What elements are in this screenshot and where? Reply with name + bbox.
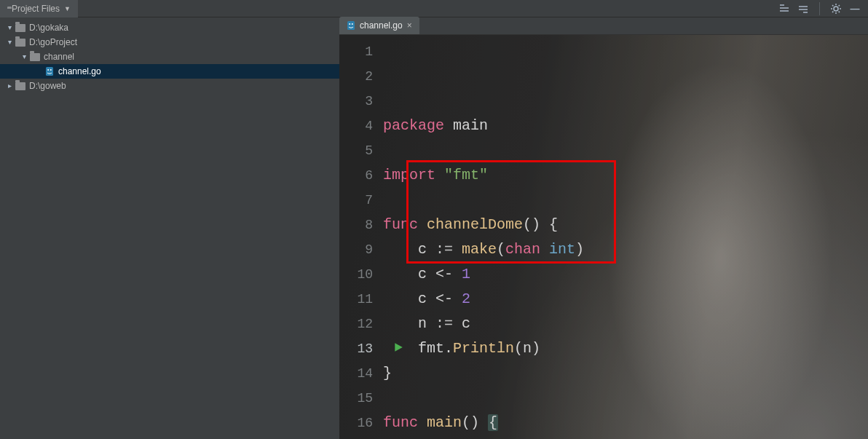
tree-item[interactable]: ▾channel xyxy=(0,50,339,64)
code-line[interactable] xyxy=(383,386,868,411)
toolbar: Project Files ▼ — xyxy=(0,0,868,17)
line-number[interactable]: 10 xyxy=(339,262,383,287)
svg-rect-4 xyxy=(347,21,355,30)
code-line[interactable]: func main() { xyxy=(383,411,868,435)
line-number[interactable]: 3 xyxy=(339,89,383,114)
code-content[interactable]: package main import "fmt" func channelDo… xyxy=(383,35,868,439)
chevron-down-icon[interactable]: ▾ xyxy=(20,50,28,64)
code-line[interactable] xyxy=(383,188,868,213)
line-number[interactable]: 2 xyxy=(339,64,383,89)
code-line[interactable]: package main xyxy=(383,114,868,138)
line-number[interactable]: 7 xyxy=(339,188,383,213)
chevron-down-icon[interactable]: ▾ xyxy=(6,35,13,50)
code-line[interactable]: c <- 2 xyxy=(383,287,868,312)
line-number[interactable]: 1 xyxy=(339,39,383,64)
tree-item-label: D:\gokaka xyxy=(29,20,68,35)
editor-tab[interactable]: channel.go× xyxy=(339,17,419,34)
code-editor[interactable]: 12345678910111213141516 package main imp… xyxy=(339,35,868,439)
line-number[interactable]: 16 xyxy=(339,411,383,435)
project-files-dropdown[interactable]: Project Files ▼ xyxy=(0,0,78,17)
tree-item-label: D:\goProject xyxy=(29,35,77,50)
tree-item[interactable]: ▾D:\goProject xyxy=(0,35,339,50)
hide-panel-icon[interactable]: — xyxy=(849,3,861,15)
folder-icon xyxy=(29,51,41,63)
code-line[interactable]: fmt.Println(n) xyxy=(383,336,868,361)
code-line[interactable]: func channelDome() { xyxy=(383,213,868,237)
folder-icon xyxy=(15,36,26,48)
code-line[interactable]: } xyxy=(383,361,868,386)
code-line[interactable]: c := make(chan int) xyxy=(383,237,868,262)
code-line[interactable]: import "fmt" xyxy=(383,163,868,188)
folder-icon xyxy=(15,80,26,92)
project-files-label: Project Files xyxy=(12,4,60,14)
line-number[interactable]: 5 xyxy=(339,138,383,163)
line-number[interactable]: 14 xyxy=(339,361,383,386)
line-number[interactable]: 12 xyxy=(339,312,383,336)
svg-point-3 xyxy=(50,69,52,71)
tree-item-label: channel.go xyxy=(58,64,101,79)
go-file-icon xyxy=(44,66,55,77)
code-line[interactable] xyxy=(383,138,868,163)
tree-item[interactable]: channel.go xyxy=(0,64,339,79)
chevron-down-icon[interactable]: ▾ xyxy=(6,20,13,35)
project-tree[interactable]: ▾D:\gokaka▾D:\goProject▾channelchannel.g… xyxy=(0,17,339,439)
code-line[interactable]: c <- 1 xyxy=(383,262,868,287)
editor-area: channel.go× 12345678910111213141516 pack… xyxy=(339,17,868,439)
chevron-right-icon[interactable]: ▸ xyxy=(6,79,13,93)
svg-point-6 xyxy=(352,23,353,25)
svg-point-0 xyxy=(834,7,838,11)
code-line[interactable]: channelDome() xyxy=(383,435,868,439)
tree-item-label: channel xyxy=(44,50,74,64)
svg-point-5 xyxy=(349,23,350,25)
svg-point-2 xyxy=(47,69,49,71)
toolbar-separator xyxy=(819,2,820,15)
editor-tabbar: channel.go× xyxy=(339,17,868,35)
line-number[interactable]: 11 xyxy=(339,287,383,312)
line-number[interactable]: 8 xyxy=(339,213,383,237)
go-file-icon xyxy=(347,20,355,31)
line-number[interactable]: 4 xyxy=(339,114,383,138)
line-number[interactable]: 13 xyxy=(339,336,383,361)
folder-icon xyxy=(15,22,26,33)
chevron-down-icon: ▼ xyxy=(64,5,71,12)
gear-icon[interactable] xyxy=(830,3,842,15)
tree-item[interactable]: ▸D:\goweb xyxy=(0,79,339,93)
line-number[interactable]: 6 xyxy=(339,163,383,188)
line-number[interactable]: 15 xyxy=(339,386,383,411)
code-line[interactable]: n := c xyxy=(383,312,868,336)
svg-rect-1 xyxy=(46,67,53,76)
tree-item-label: D:\goweb xyxy=(29,79,66,93)
expand-all-icon[interactable] xyxy=(778,3,790,15)
line-number[interactable]: 9 xyxy=(339,237,383,262)
tree-item[interactable]: ▾D:\gokaka xyxy=(0,20,339,35)
close-icon[interactable]: × xyxy=(407,20,412,31)
tab-label: channel.go xyxy=(360,20,403,31)
collapse-all-icon[interactable] xyxy=(797,3,809,15)
line-number-gutter[interactable]: 12345678910111213141516 xyxy=(339,35,383,439)
